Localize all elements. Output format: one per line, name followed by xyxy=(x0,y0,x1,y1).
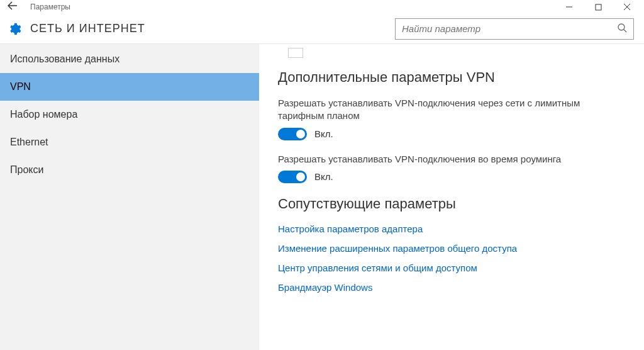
svg-point-1 xyxy=(618,24,625,30)
sidebar-item-ethernet[interactable]: Ethernet xyxy=(0,128,259,156)
page-title: СЕТЬ И ИНТЕРНЕТ xyxy=(30,22,145,35)
svg-rect-0 xyxy=(596,4,601,10)
link-advanced-sharing[interactable]: Изменение расширенных параметров общего … xyxy=(278,243,625,254)
sidebar-item-vpn[interactable]: VPN xyxy=(0,73,259,101)
sidebar-item-dialup[interactable]: Набор номера xyxy=(0,101,259,128)
section-heading-related: Сопутствующие параметры xyxy=(278,196,625,212)
close-button[interactable] xyxy=(613,0,641,14)
maximize-icon xyxy=(595,4,602,11)
cutoff-element xyxy=(288,48,303,58)
header: СЕТЬ И ИНТЕРНЕТ xyxy=(0,14,644,44)
toggle-state-roaming: Вкл. xyxy=(314,171,333,182)
section-heading-advanced: Дополнительные параметры VPN xyxy=(278,69,625,86)
gear-icon xyxy=(8,22,21,36)
link-firewall[interactable]: Брандмауэр Windows xyxy=(278,282,625,293)
toggle-vpn-roaming[interactable] xyxy=(278,171,307,183)
titlebar: Параметры xyxy=(0,0,644,14)
close-icon xyxy=(623,3,631,11)
option-label-roaming: Разрешать устанавливать VPN-подключения … xyxy=(278,153,625,166)
maximize-button[interactable] xyxy=(584,0,613,14)
option-label-metered: Разрешать устанавливать VPN-подключения … xyxy=(278,97,625,123)
back-button[interactable] xyxy=(3,1,23,13)
search-icon xyxy=(617,23,627,35)
search-input[interactable] xyxy=(402,23,617,34)
link-adapter-settings[interactable]: Настройка параметров адаптера xyxy=(278,223,625,234)
search-box[interactable] xyxy=(395,18,634,40)
minimize-icon xyxy=(565,3,573,11)
sidebar-item-proxy[interactable]: Прокси xyxy=(0,156,259,184)
minimize-button[interactable] xyxy=(555,0,584,14)
toggle-state-metered: Вкл. xyxy=(314,128,333,139)
main-panel: Дополнительные параметры VPN Разрешать у… xyxy=(259,44,644,350)
sidebar: Использование данных VPN Набор номера Et… xyxy=(0,44,259,350)
arrow-left-icon xyxy=(8,1,18,10)
window-title: Параметры xyxy=(30,3,70,11)
toggle-vpn-metered[interactable] xyxy=(278,128,307,140)
link-network-center[interactable]: Центр управления сетями и общим доступом xyxy=(278,262,625,273)
sidebar-item-data-usage[interactable]: Использование данных xyxy=(0,45,259,73)
